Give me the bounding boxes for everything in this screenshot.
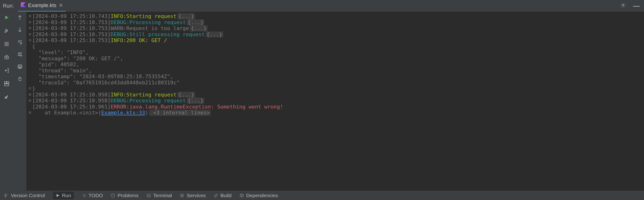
fold-gutter-icon	[28, 44, 32, 49]
fold-gutter-icon	[28, 104, 32, 109]
console-text: "traceId": "0af7651916cd43dd8448eb211c80…	[32, 80, 180, 86]
stop-icon[interactable]	[3, 41, 10, 47]
stack-frame: at Example.<init>(	[32, 110, 101, 116]
toolwindow-version-control[interactable]: Version Control	[4, 193, 45, 198]
fold-gutter-icon	[28, 62, 32, 67]
fold-gutter-icon[interactable]: ⊟	[28, 38, 32, 42]
console-line: [2024-03-09 17:25:10.961] ERROR: java.la…	[28, 104, 643, 110]
toolwindow-label: TODO	[88, 193, 103, 198]
console-line: ⊟}	[28, 86, 643, 92]
toolwindow-label: Services	[186, 193, 206, 198]
arrow-down-icon[interactable]	[16, 26, 23, 33]
run-toolbar-secondary	[13, 12, 26, 191]
rerun-icon[interactable]	[3, 14, 10, 21]
log-message: 200 OK: GET /	[126, 37, 167, 43]
dependencies-icon	[240, 193, 244, 198]
console-line: ⊞[2024-03-09 17:25:10.753] WARN: Request…	[28, 25, 643, 31]
console-text: "pid": 40502,	[32, 61, 79, 68]
fold-region[interactable]: {...}	[190, 25, 208, 31]
run-tab-label: Example.kts	[28, 2, 56, 8]
version-control-icon	[4, 193, 8, 198]
toolwindow-services[interactable]: Services	[180, 193, 206, 198]
fold-region[interactable]: {...}	[206, 31, 223, 38]
toolwindow-label: Terminal	[153, 193, 172, 198]
layout-icon[interactable]	[3, 80, 10, 87]
console-output[interactable]: ⊞[2024-03-09 17:25:10.743] INFO: Startin…	[26, 12, 644, 191]
scroll-to-end-icon[interactable]	[16, 51, 23, 58]
log-level: DEBUG:	[110, 98, 129, 104]
fold-gutter-icon[interactable]: ⊞	[28, 26, 32, 30]
run-toolbar-primary	[0, 12, 13, 191]
fold-gutter-icon	[28, 56, 32, 61]
services-icon	[180, 193, 184, 198]
toolwindow-terminal[interactable]: Terminal	[146, 193, 172, 198]
toolwindow-build[interactable]: Build	[214, 193, 232, 198]
wrench-icon[interactable]	[3, 27, 10, 34]
console-line: "level": "INFO",	[28, 49, 643, 55]
fold-gutter-icon[interactable]: ⊟	[28, 86, 32, 91]
timestamp: [2024-03-09 17:25:10.958]	[32, 98, 110, 104]
run-tab-example[interactable]: Example.kts ✕	[18, 0, 66, 11]
minimize-icon[interactable]: —	[633, 2, 640, 10]
timestamp: [2024-03-09 17:25:10.961]	[32, 104, 110, 110]
build-icon	[214, 193, 218, 198]
soft-wrap-icon[interactable]	[16, 39, 23, 45]
console-line: ⊞[2024-03-09 17:25:10.958] INFO: Startin…	[28, 92, 643, 98]
fold-gutter-icon[interactable]: ⊞	[28, 98, 32, 103]
svg-rect-7	[4, 82, 6, 83]
fold-gutter-icon	[28, 68, 32, 73]
fold-region[interactable]: <3 internal lines>	[149, 110, 211, 116]
kotlin-file-icon	[21, 2, 26, 8]
svg-rect-8	[7, 82, 9, 83]
exit-icon[interactable]	[3, 67, 10, 74]
fold-gutter-icon[interactable]: ⊞	[28, 14, 32, 18]
camera-icon[interactable]	[3, 54, 10, 60]
fold-region[interactable]: {...}	[187, 19, 204, 25]
svg-rect-17	[147, 194, 150, 197]
fold-gutter-icon[interactable]: ⊞	[28, 20, 32, 24]
fold-region[interactable]: {...}	[177, 92, 195, 98]
gear-icon[interactable]	[620, 2, 626, 9]
fold-gutter-icon[interactable]: ⊞	[28, 92, 32, 97]
fold-region[interactable]: {...}	[177, 13, 195, 19]
arrow-up-icon[interactable]	[16, 14, 23, 21]
console-text: "level": "INFO",	[32, 49, 88, 55]
svg-rect-4	[4, 42, 9, 46]
trash-icon[interactable]	[16, 76, 23, 82]
fold-region[interactable]: {...}	[187, 98, 204, 104]
toolwindow-problems[interactable]: Problems	[111, 193, 138, 198]
log-message: java.lang.RuntimeException: Something we…	[130, 104, 283, 110]
source-link[interactable]: Example.kts:33	[101, 110, 145, 116]
timestamp: [2024-03-09 17:25:10.753]	[32, 31, 110, 38]
svg-rect-5	[5, 56, 9, 59]
console-line: "message": "200 OK: GET /",	[28, 55, 643, 62]
toolwindow-run[interactable]: Run	[53, 192, 74, 199]
console-text: "thread": "main",	[32, 68, 92, 74]
log-level: ERROR:	[110, 104, 129, 110]
fold-gutter-icon[interactable]: ⊞	[28, 110, 32, 115]
log-level: INFO:	[110, 92, 126, 98]
toolwindow-label: Problems	[118, 193, 138, 198]
svg-point-2	[622, 4, 624, 6]
log-level: INFO:	[110, 37, 126, 43]
toolwindow-dependencies[interactable]: Dependencies	[240, 193, 278, 198]
run-icon	[56, 194, 60, 198]
timestamp: [2024-03-09 17:25:10.753]	[32, 25, 110, 31]
console-line: ⊞[2024-03-09 17:25:10.753] DEBUG: Still …	[28, 31, 643, 38]
console-line: "timestamp": "2024-03-09T08:25:10.753554…	[28, 73, 643, 80]
log-level: DEBUG:	[110, 31, 129, 38]
log-message: Processing request	[130, 19, 186, 25]
log-message: Processing request	[130, 98, 186, 104]
fold-gutter-icon[interactable]: ⊞	[28, 32, 32, 37]
close-icon[interactable]: ✕	[59, 2, 63, 8]
svg-point-6	[6, 57, 7, 58]
log-message: Still processing request	[130, 31, 205, 38]
fold-gutter-icon	[28, 74, 32, 79]
print-icon[interactable]	[16, 63, 23, 70]
run-label: Run:	[2, 3, 15, 9]
toolwindow-todo[interactable]: TODO	[82, 193, 103, 198]
svg-marker-19	[182, 195, 183, 196]
timestamp: [2024-03-09 17:25:10.958]	[32, 92, 110, 98]
pin-icon[interactable]	[3, 94, 10, 100]
log-message: Starting request	[126, 92, 176, 98]
